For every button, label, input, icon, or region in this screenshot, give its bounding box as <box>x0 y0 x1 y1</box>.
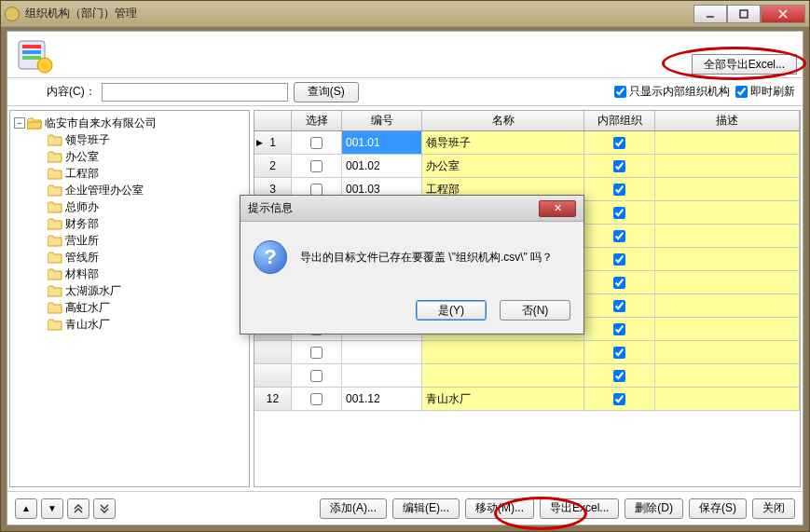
grid-header-select[interactable]: 选择 <box>292 111 342 130</box>
row-internal-checkbox[interactable] <box>613 160 625 172</box>
minimize-button[interactable] <box>693 5 727 23</box>
nav-double-down-button[interactable] <box>93 498 116 519</box>
close-button[interactable] <box>761 5 805 23</box>
row-internal-cell[interactable] <box>584 178 655 200</box>
row-select-cell[interactable] <box>292 364 342 387</box>
row-internal-checkbox[interactable] <box>613 323 625 335</box>
tree-item[interactable]: 总师办 <box>14 198 245 215</box>
tree-root[interactable]: − 临安市自来水有限公司 <box>14 115 245 131</box>
row-code-cell[interactable] <box>342 364 422 387</box>
row-desc-cell[interactable] <box>655 131 800 154</box>
grid-header-code[interactable]: 编号 <box>342 111 422 130</box>
row-internal-cell[interactable] <box>584 225 655 247</box>
row-internal-checkbox[interactable] <box>613 207 625 219</box>
row-internal-checkbox[interactable] <box>613 184 625 196</box>
row-number-cell[interactable]: 12 <box>254 388 292 410</box>
row-number-cell[interactable]: 2 <box>254 155 292 177</box>
row-internal-cell[interactable] <box>584 248 655 270</box>
dialog-no-button[interactable]: 否(N) <box>500 300 570 321</box>
row-internal-checkbox[interactable] <box>613 137 625 149</box>
row-internal-checkbox[interactable] <box>613 230 625 242</box>
row-internal-checkbox[interactable] <box>613 277 625 289</box>
row-internal-cell[interactable] <box>584 318 655 340</box>
dialog-close-button[interactable]: ✕ <box>539 200 576 217</box>
row-desc-cell[interactable] <box>655 388 800 410</box>
row-name-cell[interactable] <box>422 341 584 363</box>
tree-item[interactable]: 高虹水厂 <box>14 299 245 316</box>
row-desc-cell[interactable] <box>655 248 800 270</box>
row-internal-checkbox[interactable] <box>613 253 625 266</box>
tree-item[interactable]: 财务部 <box>14 215 245 232</box>
row-internal-cell[interactable] <box>584 201 655 224</box>
tree-toggle-icon[interactable]: − <box>14 117 25 129</box>
nav-up-button[interactable]: ▲ <box>15 498 37 519</box>
row-internal-cell[interactable] <box>584 155 655 177</box>
edit-button[interactable]: 编辑(E)... <box>392 498 460 519</box>
row-number-cell[interactable]: ▶1 <box>254 131 292 154</box>
row-desc-cell[interactable] <box>655 364 800 387</box>
row-internal-checkbox[interactable] <box>613 370 625 382</box>
content-input[interactable] <box>102 83 288 102</box>
export-all-button[interactable]: 全部导出Excel... <box>692 54 797 75</box>
show-internal-checkbox[interactable] <box>614 86 626 98</box>
refresh-checkbox[interactable] <box>735 86 748 98</box>
table-row[interactable] <box>254 341 800 364</box>
row-internal-cell[interactable] <box>584 341 655 363</box>
row-desc-cell[interactable] <box>655 201 800 224</box>
refresh-checkbox-wrap[interactable]: 即时刷新 <box>735 84 795 100</box>
row-name-cell[interactable]: 领导班子 <box>422 131 584 154</box>
row-desc-cell[interactable] <box>655 178 800 200</box>
row-select-cell[interactable] <box>292 155 342 177</box>
tree-item[interactable]: 青山水厂 <box>14 316 245 333</box>
save-button[interactable]: 保存(S) <box>689 498 747 519</box>
row-desc-cell[interactable] <box>655 225 800 247</box>
nav-down-button[interactable]: ▼ <box>41 498 63 519</box>
tree-item[interactable]: 营业所 <box>14 232 245 249</box>
grid-header-internal[interactable]: 内部组织 <box>584 111 655 130</box>
row-desc-cell[interactable] <box>655 155 800 177</box>
row-select-cell[interactable] <box>292 341 342 363</box>
grid-header-name[interactable]: 名称 <box>422 111 584 130</box>
row-select-cell[interactable] <box>292 388 342 410</box>
maximize-button[interactable] <box>727 5 761 23</box>
row-internal-checkbox[interactable] <box>613 347 625 359</box>
grid-header-desc[interactable]: 描述 <box>655 111 800 130</box>
close-window-button[interactable]: 关闭 <box>752 498 795 519</box>
dialog-titlebar[interactable]: 提示信息 ✕ <box>240 196 583 222</box>
row-internal-cell[interactable] <box>584 131 655 154</box>
nav-double-up-button[interactable] <box>67 498 89 519</box>
row-select-checkbox[interactable] <box>310 370 323 382</box>
row-number-cell[interactable] <box>254 341 292 363</box>
row-code-cell[interactable]: 001.01 <box>342 131 422 154</box>
row-internal-checkbox[interactable] <box>613 300 625 312</box>
row-desc-cell[interactable] <box>655 271 800 293</box>
row-desc-cell[interactable] <box>655 341 800 363</box>
row-internal-cell[interactable] <box>584 388 655 410</box>
table-row[interactable]: 2001.02办公室 <box>254 155 800 178</box>
delete-button[interactable]: 删除(D) <box>625 498 683 519</box>
row-name-cell[interactable]: 青山水厂 <box>422 388 584 410</box>
tree-item[interactable]: 企业管理办公室 <box>14 182 245 198</box>
row-select-checkbox[interactable] <box>310 137 323 149</box>
row-internal-cell[interactable] <box>584 294 655 317</box>
table-row[interactable]: ▶1001.01领导班子 <box>254 131 800 155</box>
row-code-cell[interactable] <box>342 341 422 363</box>
grid-header-rownum[interactable] <box>254 111 292 130</box>
row-number-cell[interactable] <box>254 364 292 387</box>
tree-item[interactable]: 领导班子 <box>14 131 245 148</box>
row-name-cell[interactable] <box>422 364 584 387</box>
add-button[interactable]: 添加(A)... <box>320 498 387 519</box>
row-internal-cell[interactable] <box>584 271 655 293</box>
row-select-cell[interactable] <box>292 131 342 154</box>
tree-item[interactable]: 工程部 <box>14 165 245 182</box>
row-name-cell[interactable]: 办公室 <box>422 155 584 177</box>
tree-item[interactable]: 办公室 <box>14 148 245 165</box>
export-button[interactable]: 导出Excel... <box>540 498 619 519</box>
row-desc-cell[interactable] <box>655 318 800 340</box>
row-internal-checkbox[interactable] <box>613 393 625 405</box>
row-select-checkbox[interactable] <box>310 347 323 359</box>
dialog-yes-button[interactable]: 是(Y) <box>416 300 487 321</box>
tree-item[interactable]: 管线所 <box>14 249 245 266</box>
row-code-cell[interactable]: 001.02 <box>342 155 422 177</box>
table-row[interactable] <box>254 364 800 388</box>
